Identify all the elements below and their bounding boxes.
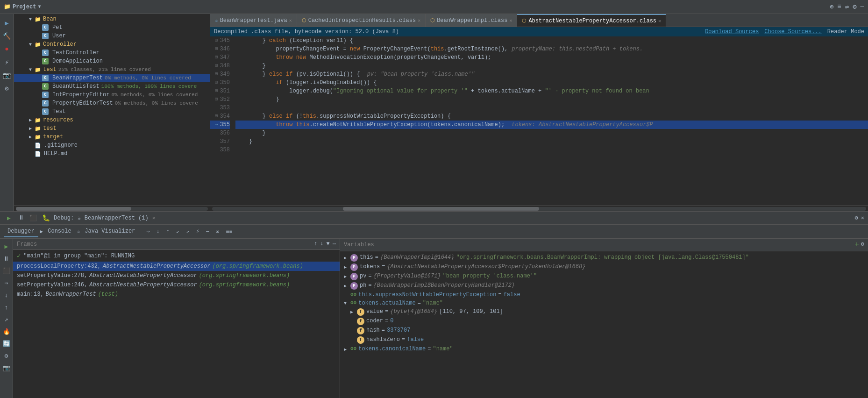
tab-debugger[interactable]: Debugger [4,226,38,237]
project-dropdown-icon[interactable]: ▼ [38,4,41,9]
var-item-actualname[interactable]: ▼ oo tokens.actualName = "name" [340,299,868,307]
sync-icon[interactable]: ⇌ [845,3,849,11]
frame-item-0[interactable]: processLocalProperty:432, AbstractNestab… [13,262,340,271]
tree-item-test2[interactable]: ▶ 📁 test [14,124,210,133]
var-item-ph[interactable]: ▶ P ph = {BeanWrapperImpl$BeanPropertyHa… [340,281,868,291]
tab-beanwrappertest[interactable]: ☕ BeanWrapperTest.java ✕ [210,14,297,27]
reader-mode-btn[interactable]: Reader Mode [827,28,864,35]
tab-close[interactable]: ✕ [658,18,661,24]
editor-scrollbar[interactable] [210,206,868,211]
force-step-into-icon[interactable]: ↙ [174,227,181,236]
debug-mute-btn[interactable]: 🔥 [1,327,12,337]
download-sources-link[interactable]: Download Sources [705,28,759,35]
debug-settings2-btn[interactable]: ⚙ [1,351,12,361]
frames-panel: Frames ↑ ↓ ▼ ⋯ ✓ "main"@1 in group "main… [13,239,340,398]
tab-console[interactable]: Console [44,226,75,237]
debug-step-out-btn[interactable]: ↑ [1,302,12,313]
debug-run-cursor-btn[interactable]: ↗ [1,314,12,325]
tree-item-intpropertyeditor[interactable]: C IntPropertyEditor 0% methods, 0% lines… [14,91,210,99]
var-item-coder[interactable]: f coder = 0 [340,317,868,326]
evaluate-icon[interactable]: ⚡ [194,227,201,236]
tab-close[interactable]: ✕ [509,18,512,23]
tree-item-demoapplication[interactable]: C DemoApplication [14,57,210,65]
step-into-icon[interactable]: ↓ [155,227,162,236]
tree-item-propertyeditortest[interactable]: C PropertyEditorTest 0% methods, 0% line… [14,99,210,107]
frames-filter-btn[interactable]: ▼ [327,241,330,248]
var-item-tokens[interactable]: ▶ P tokens = {AbstractNestablePropertyAc… [340,263,868,272]
tab-cachedintrospection[interactable]: ⬡ CachedIntrospectionResults.class ✕ [297,14,426,27]
more-tools-icon[interactable]: ⋯ [204,227,211,236]
tree-item-test[interactable]: C Test [14,107,210,116]
debug-pause-btn[interactable]: ⏸ [1,254,12,264]
run-icon[interactable]: ▶ [2,18,12,28]
tree-item-testcontroller[interactable]: C TestController [14,49,210,57]
var-item-canonicalname[interactable]: ▶ oo tokens.canonicalName = "name" [340,345,868,353]
frames-up-btn[interactable]: ↑ [314,241,317,248]
var-item-suppress[interactable]: oo this.suppressNotWritablePropertyExcep… [340,291,868,299]
lightning-icon[interactable]: ⚡ [2,57,12,67]
tree-item-helpmd[interactable]: 📄 HELP.md [14,149,210,158]
tree-item-bean[interactable]: ▼ 📁 Bean [14,15,210,23]
debug-dot-icon[interactable]: ● [2,44,12,54]
frame-method-3: main:13, [17,291,44,298]
minimize-icon[interactable]: — [861,3,864,11]
threads-icon[interactable]: ≡≡ [224,227,234,236]
debug-step-into-btn[interactable]: ↓ [1,290,12,300]
list-icon[interactable]: ≡ [837,3,841,11]
build-icon[interactable]: 🔨 [2,31,12,41]
debug-step-over-btn[interactable]: ⇒ [1,278,12,288]
debug-title: Debug: [54,215,74,221]
debug-stop-btn[interactable]: ⬛ [1,266,12,276]
frames-down-btn[interactable]: ↓ [320,241,323,248]
debug-settings-icon[interactable]: ⚙ [855,214,858,221]
tree-item-beanwrappertest[interactable]: C BeanWrapperTest 0% methods, 0% lines c… [14,74,210,82]
class-icon: ⬡ [302,17,306,23]
tab-close[interactable]: ✕ [418,18,420,23]
gear-icon[interactable]: ⚙ [2,83,12,93]
project-scrollbar[interactable] [14,206,210,211]
add-icon[interactable]: ⊕ [830,3,833,11]
debug-close-icon[interactable]: ✕ [861,214,864,221]
tree-label: User [52,33,66,39]
var-item-hashiszero[interactable]: f hashIsZero = false [340,335,868,345]
var-item-value[interactable]: ▶ f value = {byte[4]@1684} [110, 97, 109… [340,307,868,317]
var-oo-icon: oo [350,300,356,306]
frame-item-2[interactable]: setPropertyValue:246, AbstractNestablePr… [13,280,340,290]
tree-item-target[interactable]: ▶ 📁 target [14,133,210,141]
class-icon: C [42,108,49,115]
tab-close[interactable]: ✕ [289,18,292,23]
tree-item-pet[interactable]: C Pet [14,23,210,32]
tab-beanwrapperimpl[interactable]: ⬡ BeanWrapperImpl.class ✕ [426,14,517,27]
tree-item-resources[interactable]: ▶ 📁 resources [14,116,210,124]
debug-camera-btn[interactable]: 📷 [1,363,12,373]
camera-icon[interactable]: 📷 [2,70,12,80]
frames-icon[interactable]: ⊡ [214,227,221,236]
run-btn[interactable]: ▶ [4,213,14,223]
tree-item-test-folder[interactable]: ▼ 📁 test 25% classes, 21% lines covered [14,65,210,74]
add-watch-btn[interactable]: + [854,241,859,249]
var-item-hash[interactable]: f hash = 3373707 [340,326,868,335]
tab-abstractnestable[interactable]: ⬡ AbstractNestablePropertyAccessor.class… [517,14,666,27]
tree-item-gitignore[interactable]: 📄 .gitignore [14,141,210,149]
debug-run-btn[interactable]: ▶ [1,242,12,252]
frames-more-btn[interactable]: ⋯ [333,241,336,248]
var-item-this[interactable]: ▶ P this = {BeanWrapperImpl@1644} "org.s… [340,253,868,263]
tree-item-user[interactable]: C User [14,32,210,40]
tab-java-visualizer[interactable]: Java Visualizer [81,226,139,237]
tree-item-controller[interactable]: ▼ 📁 Controller [14,40,210,49]
sidebar-icons: ▶ 🔨 ● ⚡ 📷 ⚙ [0,14,14,211]
settings-icon[interactable]: ⚙ [853,3,856,11]
frame-item-1[interactable]: setPropertyValue:278, AbstractNestablePr… [13,271,340,280]
step-out-icon[interactable]: ↑ [164,227,171,236]
stop-btn[interactable]: ⬛ [28,213,38,223]
variables-settings-btn[interactable]: ⚙ [861,241,864,249]
frame-item-3[interactable]: main:13, BeanWrapperTest (test) [13,290,340,299]
debug-restore-btn[interactable]: 🔄 [1,339,12,349]
tree-item-bueanutils[interactable]: C BueanUtilsTest 100% methods, 100% line… [14,82,210,91]
choose-sources-link[interactable]: Choose Sources... [764,28,821,35]
pause-btn[interactable]: ⏸ [16,213,26,223]
step-over-icon[interactable]: ⇒ [144,227,151,236]
run-to-cursor-icon[interactable]: ↗ [184,227,191,236]
var-item-pv[interactable]: ▶ P pv = {PropertyValue@1671} "bean prop… [340,272,868,281]
debug-session-close[interactable]: ✕ [152,215,156,221]
